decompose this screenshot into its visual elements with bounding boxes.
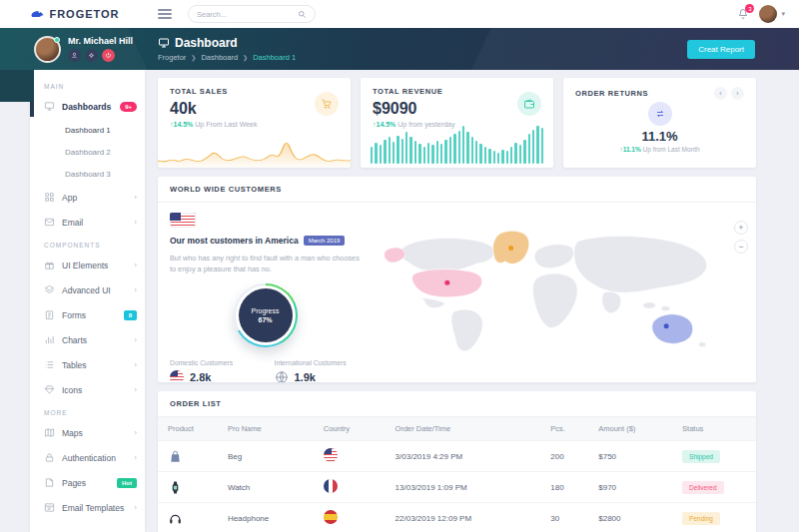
search-input[interactable] — [197, 10, 298, 19]
sidebar-subitem-dashboard-2[interactable]: Dashboard 2 — [30, 141, 145, 163]
menu-toggle-icon[interactable] — [158, 7, 172, 21]
sidebar-item-advanced-ui[interactable]: Advanced UI› — [30, 277, 145, 302]
total-sales-card: TOTAL SALES 40k ↑14.5% Up From Last Week — [158, 78, 351, 168]
international-customers-stat: International Customers 1.9k — [275, 359, 362, 382]
domestic-customers-stat: Domestic Customers 2.8k — [170, 359, 257, 382]
clipboard-icon — [44, 309, 55, 320]
map-region-australia — [652, 314, 693, 344]
page-title: Dashboard — [175, 36, 238, 50]
logout-button[interactable] — [102, 49, 115, 62]
breadcrumb-item[interactable]: Dashboard — [201, 53, 238, 62]
sidebar-item-charts[interactable]: Charts› — [30, 327, 145, 352]
chevron-right-icon: › — [134, 503, 137, 512]
sidebar: MAINDashboards9+Dashboard 1Dashboard 2Da… — [0, 70, 150, 532]
sidebar-item-tables[interactable]: Tables› — [30, 352, 145, 377]
search-box — [188, 5, 316, 23]
chevron-right-icon: ❯ — [191, 54, 196, 61]
prev-button[interactable]: ‹ — [714, 87, 727, 100]
sidebar-item-icons[interactable]: Icons› — [30, 377, 145, 402]
sidebar-badge: Hot — [117, 478, 137, 488]
lock-icon — [44, 452, 55, 463]
gem-icon — [44, 384, 55, 395]
settings-button[interactable] — [85, 49, 98, 62]
map-zoom-in-button[interactable]: + — [734, 221, 748, 235]
total-sales-value: 40k — [170, 100, 339, 118]
spain-flag-icon — [324, 510, 338, 524]
sidebar-item-email-templates[interactable]: Email Templates› — [30, 495, 145, 520]
table-row: Headphone22/03/2019 12:09 PM30$2800Pendi… — [158, 503, 756, 532]
avatar — [759, 5, 777, 23]
panel-title: ORDER LIST — [158, 391, 756, 417]
column-header: Pro Name — [218, 417, 314, 441]
order-date: 22/03/2019 12:09 PM — [386, 503, 541, 532]
breadcrumb-item[interactable]: Frogetor — [158, 53, 186, 62]
column-header: Country — [314, 417, 386, 441]
sidebar-item-app[interactable]: App› — [30, 185, 145, 210]
order-returns-value: 11.1% — [641, 129, 677, 144]
sidebar-item-email[interactable]: Email› — [30, 210, 145, 235]
avatar[interactable] — [34, 36, 61, 63]
sidebar-item-authentication[interactable]: Authentication› — [30, 445, 145, 470]
revenue-bars-chart — [371, 124, 543, 164]
monitor-icon — [158, 37, 170, 49]
table-row: Beg3/03/2019 4:29 PM200$750Shipped — [158, 441, 756, 472]
table-header-row: ProductPro NameCountryOrder Date/TimePcs… — [158, 417, 756, 441]
total-revenue-card: TOTAL REVENUE $9090 ↑14.5% Up from yeste… — [361, 78, 553, 168]
map-region-asia — [574, 236, 707, 292]
table-row: Watch13/03/2019 1:09 PM180$970Delivered — [158, 472, 756, 503]
power-icon — [105, 52, 112, 59]
watch-icon — [168, 480, 208, 495]
order-list-panel: ORDER LIST ProductPro NameCountryOrder D… — [158, 391, 756, 532]
profile-button[interactable] — [68, 49, 81, 62]
map-region-india — [602, 291, 621, 312]
sidebar-subitem-dashboard-1[interactable]: Dashboard 1 — [30, 119, 145, 141]
map-region-mexico — [422, 297, 445, 307]
notifications-button[interactable]: 3 — [737, 8, 749, 20]
chevron-right-icon: › — [134, 285, 137, 294]
order-pcs: 200 — [540, 441, 588, 472]
breadcrumb: Frogetor ❯ Dashboard ❯ Dashboard 1 — [158, 53, 296, 62]
us-flag-icon — [170, 370, 184, 382]
sidebar-subitem-dashboard-3[interactable]: Dashboard 3 — [30, 163, 145, 185]
chevron-right-icon: ❯ — [243, 54, 248, 61]
mail-template-icon — [44, 502, 55, 513]
next-button[interactable]: › — [731, 87, 744, 100]
user-menu[interactable]: ▾ — [759, 5, 785, 23]
panel-title: WORLD WIDE CUSTOMERS — [158, 177, 756, 203]
product-name: Beg — [218, 441, 314, 472]
create-report-button[interactable]: Creat Report — [687, 40, 755, 59]
user-icon — [71, 52, 78, 59]
sidebar-item-dashboards[interactable]: Dashboards9+ — [30, 94, 145, 119]
chevron-right-icon: › — [134, 428, 137, 437]
order-date: 3/03/2019 4:29 PM — [386, 441, 541, 472]
logo[interactable]: FROGETOR — [0, 8, 150, 20]
sidebar-section-label: MAIN — [30, 76, 145, 94]
sidebar-item-ui-elements[interactable]: UI Elements› — [30, 253, 145, 277]
sidebar-item-pages[interactable]: PagesHot — [30, 470, 145, 495]
gift-icon — [44, 260, 55, 270]
user-band: Mr. Michael Hill Dashboard — [0, 28, 799, 70]
product-name: Headphone — [218, 503, 314, 532]
notification-count-badge: 3 — [745, 4, 754, 13]
worldwide-paragraph: But who has any right to find fault with… — [170, 253, 361, 275]
status-badge: Pending — [682, 512, 720, 525]
bar-chart-icon — [44, 334, 55, 345]
column-header: Pcs. — [540, 417, 588, 441]
us-flag — [170, 213, 196, 228]
date-badge: March 2019 — [304, 236, 346, 246]
topbar: FROGETOR 3 ▾ — [0, 0, 799, 28]
bag-icon — [168, 449, 208, 464]
search-icon[interactable] — [298, 10, 307, 19]
gear-icon — [88, 52, 95, 59]
status-badge: Delivered — [682, 481, 723, 494]
order-amount: $750 — [588, 441, 672, 472]
band-notch — [0, 70, 34, 102]
column-header: Amount ($) — [588, 417, 672, 441]
map-zoom-out-button[interactable]: − — [734, 240, 748, 254]
card-title: ORDER RETURNS — [575, 89, 648, 98]
frog-logo-icon — [30, 9, 44, 19]
world-map[interactable]: + − — [373, 203, 756, 382]
sidebar-item-forms[interactable]: Forms8 — [30, 302, 145, 327]
france-flag-icon — [324, 479, 338, 493]
sidebar-item-maps[interactable]: Maps› — [30, 420, 145, 445]
